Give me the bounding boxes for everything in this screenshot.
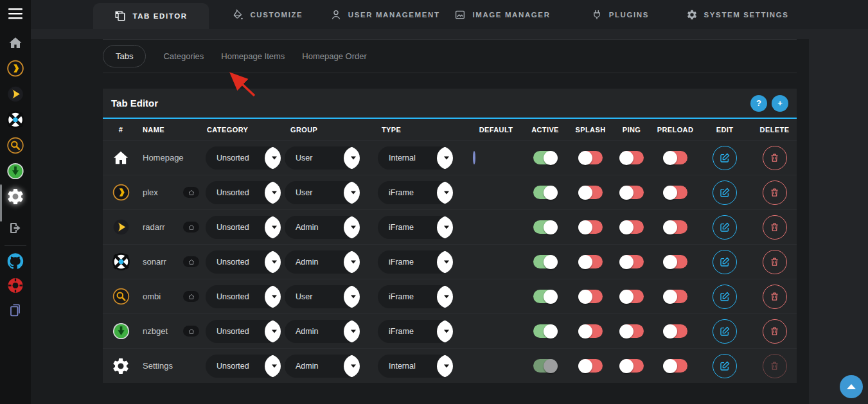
add-tab-button[interactable]: + bbox=[772, 95, 788, 112]
homepage-item-badge[interactable] bbox=[183, 256, 199, 267]
sidebar-item-github[interactable] bbox=[8, 253, 24, 272]
type-select[interactable]: iFrame bbox=[378, 320, 453, 343]
group-select[interactable]: Admin bbox=[285, 250, 360, 274]
active-toggle[interactable] bbox=[533, 255, 557, 268]
splash-toggle[interactable] bbox=[579, 324, 603, 338]
splash-toggle[interactable] bbox=[579, 290, 603, 303]
select-value: iFrame bbox=[389, 188, 414, 197]
sidebar-item-plex[interactable] bbox=[7, 60, 24, 80]
group-select[interactable]: User bbox=[285, 181, 360, 204]
ping-toggle[interactable] bbox=[620, 151, 644, 164]
category-select[interactable]: Unsorted bbox=[206, 355, 281, 378]
preload-toggle[interactable] bbox=[664, 324, 687, 338]
splash-toggle[interactable] bbox=[579, 151, 603, 164]
homepage-item-badge[interactable] bbox=[183, 222, 199, 233]
edit-button[interactable] bbox=[713, 285, 737, 309]
edit-button[interactable] bbox=[713, 146, 737, 170]
category-select[interactable]: Unsorted bbox=[206, 146, 281, 170]
default-radio[interactable] bbox=[473, 151, 475, 164]
preload-toggle[interactable] bbox=[664, 359, 687, 373]
nav-tab-customize[interactable]: CUSTOMIZE bbox=[209, 0, 326, 29]
splash-toggle[interactable] bbox=[579, 255, 603, 268]
active-toggle[interactable] bbox=[533, 151, 557, 164]
sidebar-item-homepage[interactable] bbox=[8, 35, 23, 53]
sidebar-item-nzbget[interactable] bbox=[7, 162, 24, 182]
active-toggle[interactable] bbox=[533, 324, 557, 338]
category-select[interactable]: Unsorted bbox=[206, 216, 281, 239]
active-toggle[interactable] bbox=[533, 290, 557, 303]
sidebar-item-radarr[interactable] bbox=[7, 85, 24, 105]
preload-toggle[interactable] bbox=[664, 220, 687, 234]
edit-button[interactable] bbox=[713, 250, 737, 274]
type-select[interactable]: iFrame bbox=[378, 181, 453, 204]
active-toggle[interactable] bbox=[533, 220, 557, 234]
delete-button[interactable] bbox=[763, 146, 787, 170]
subtab-categories[interactable]: Categories bbox=[163, 46, 204, 67]
sidebar-item-menu[interactable] bbox=[8, 8, 22, 22]
ping-toggle[interactable] bbox=[620, 324, 644, 338]
sidebar-scrollbar-thumb[interactable] bbox=[0, 184, 2, 222]
nav-tab-user-management[interactable]: USER MANAGEMENT bbox=[326, 0, 444, 29]
group-select[interactable]: Admin bbox=[285, 320, 360, 343]
help-button[interactable]: ? bbox=[750, 95, 767, 112]
select-value: Admin bbox=[296, 327, 318, 336]
sidebar-item-ombi[interactable] bbox=[7, 137, 24, 157]
category-select[interactable]: Unsorted bbox=[206, 250, 281, 274]
ping-toggle[interactable] bbox=[620, 290, 644, 303]
active-toggle[interactable] bbox=[533, 186, 557, 199]
edit-button[interactable] bbox=[713, 180, 737, 205]
group-select[interactable]: Admin bbox=[285, 355, 360, 378]
splash-toggle[interactable] bbox=[579, 220, 603, 234]
ping-toggle[interactable] bbox=[620, 186, 644, 199]
radarr-icon bbox=[7, 85, 24, 105]
delete-button[interactable] bbox=[763, 319, 787, 344]
subtab-homepage-order[interactable]: Homepage Order bbox=[302, 46, 366, 67]
delete-button[interactable] bbox=[763, 285, 787, 309]
preload-toggle[interactable] bbox=[664, 151, 687, 164]
splash-toggle[interactable] bbox=[579, 359, 603, 373]
homepage-item-badge[interactable] bbox=[183, 187, 199, 198]
category-select[interactable]: Unsorted bbox=[206, 181, 281, 204]
subtab-tabs[interactable]: Tabs bbox=[103, 45, 146, 67]
delete-button[interactable] bbox=[763, 215, 787, 240]
category-select[interactable]: Unsorted bbox=[206, 320, 281, 343]
type-select[interactable]: iFrame bbox=[378, 250, 453, 274]
sidebar-item-settings[interactable] bbox=[6, 187, 25, 209]
category-select[interactable]: Unsorted bbox=[206, 285, 281, 308]
sidebar-item-support[interactable] bbox=[8, 277, 24, 296]
delete-button[interactable] bbox=[763, 250, 787, 274]
preload-toggle[interactable] bbox=[664, 186, 687, 199]
type-select[interactable]: iFrame bbox=[378, 285, 453, 308]
nav-tab-image-manager[interactable]: IMAGE MANAGER bbox=[444, 0, 562, 29]
delete-button[interactable] bbox=[763, 180, 787, 205]
sidebar-item-docs[interactable] bbox=[8, 303, 23, 321]
home-badge-icon bbox=[188, 328, 195, 335]
preload-toggle[interactable] bbox=[664, 255, 687, 268]
ping-toggle[interactable] bbox=[620, 220, 644, 234]
sidebar-item-sonarr[interactable] bbox=[6, 110, 25, 132]
homepage-item-badge[interactable] bbox=[183, 326, 199, 337]
ping-toggle[interactable] bbox=[620, 255, 644, 268]
edit-button[interactable] bbox=[713, 319, 737, 344]
preload-toggle[interactable] bbox=[664, 290, 687, 303]
homepage-item-badge[interactable] bbox=[183, 291, 199, 302]
nav-tab-system-settings[interactable]: SYSTEM SETTINGS bbox=[678, 0, 796, 29]
group-select[interactable]: Admin bbox=[285, 216, 360, 239]
subtab-homepage-items[interactable]: Homepage Items bbox=[221, 46, 285, 67]
ping-toggle[interactable] bbox=[620, 359, 644, 373]
splash-toggle[interactable] bbox=[579, 186, 603, 199]
sidebar-item-logout[interactable] bbox=[8, 220, 23, 238]
tab-table-body: HomepageUnsortedUserInternalplexUnsorted… bbox=[103, 140, 797, 383]
edit-button[interactable] bbox=[713, 354, 737, 378]
type-select[interactable]: Internal bbox=[378, 146, 453, 170]
toggle-knob bbox=[619, 220, 633, 234]
group-select[interactable]: User bbox=[285, 146, 360, 170]
nav-tab-tab-editor[interactable]: TAB EDITOR bbox=[93, 3, 209, 29]
edit-button[interactable] bbox=[713, 215, 737, 240]
group-select[interactable]: User bbox=[285, 285, 360, 308]
scroll-to-top-button[interactable] bbox=[840, 375, 863, 398]
nav-tab-plugins[interactable]: PLUGINS bbox=[561, 0, 678, 29]
active-toggle[interactable] bbox=[533, 359, 557, 373]
type-select[interactable]: Internal bbox=[378, 355, 453, 378]
type-select[interactable]: iFrame bbox=[378, 216, 453, 239]
